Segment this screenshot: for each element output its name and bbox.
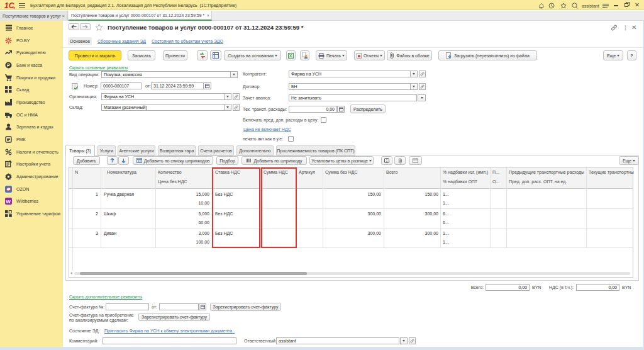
svg-text:assistant: assistant bbox=[582, 4, 599, 8]
svg-text:X: X bbox=[289, 54, 292, 58]
svg-text:1С: 1С bbox=[4, 1, 14, 9]
svg-text:₽: ₽ bbox=[7, 62, 10, 68]
svg-text:W: W bbox=[6, 198, 11, 204]
